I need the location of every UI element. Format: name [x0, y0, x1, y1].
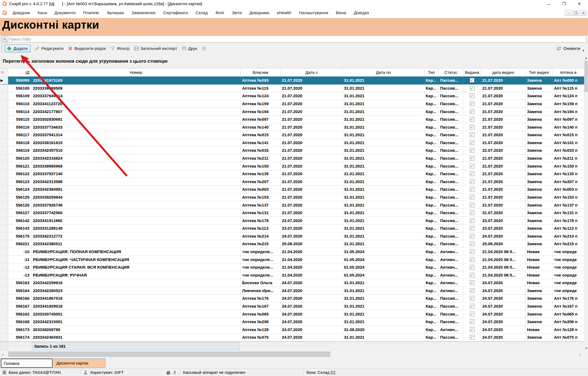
menu-item[interactable]: Довідники: [249, 10, 269, 15]
table-row[interactable]: 556175 2203342312772 Аптека №214 24.07.2…: [0, 232, 584, 240]
menu-item[interactable]: Каса: [38, 10, 47, 15]
issued-checkbox[interactable]: [470, 179, 474, 184]
horizontal-scrollbar[interactable]: ‹ ›: [0, 351, 584, 358]
scroll-down-arrow-icon[interactable]: ▼: [584, 346, 588, 351]
table-row[interactable]: 556164 2203342260523 Левченко Ири... 24.…: [0, 287, 584, 295]
table-row[interactable]: 556142 2203341911860 Аптека №178 23.07.2…: [0, 217, 584, 225]
table-row[interactable]: 556167 2203341929018 Аптека №167 24.07.2…: [0, 302, 584, 310]
filter-button[interactable]: Фільтр: [110, 46, 130, 51]
col-header-issue-type[interactable]: Тип видачі: [526, 68, 553, 76]
issued-checkbox[interactable]: [470, 226, 474, 231]
issued-checkbox[interactable]: [470, 241, 474, 246]
issued-checkbox[interactable]: [470, 101, 474, 106]
issued-checkbox[interactable]: [470, 171, 474, 176]
table-row[interactable]: 556168 2203342315001 Аптека №206 24.07.2…: [0, 318, 584, 326]
table-row[interactable]: -10 РЕИМБУРСАЦИЯ: ПОЛНАЯ КОМПЕНСАЦИЯ <не…: [0, 248, 584, 256]
table-row[interactable]: 556118 2203338161810 Аптека №141 21.07.2…: [0, 139, 584, 147]
print-button[interactable]: Друк: [182, 46, 197, 51]
issued-checkbox[interactable]: [470, 304, 474, 308]
issued-checkbox[interactable]: [470, 78, 474, 83]
add-button[interactable]: Додати: [5, 45, 31, 52]
vertical-scrollbar[interactable]: ▲ ▼: [584, 56, 588, 351]
table-row[interactable]: 556163 2203342259916 Босенко Ольга 24.07…: [0, 279, 584, 287]
menu-item[interactable]: Довідка: [354, 10, 369, 15]
search-input[interactable]: [9, 36, 584, 42]
scroll-right-arrow-icon[interactable]: ›: [577, 351, 582, 358]
toolbar-grip[interactable]: [1, 44, 2, 53]
menu-item[interactable]: Налаштування: [299, 10, 328, 15]
table-row[interactable]: 556117 2203337941314 Аптека №015 21.07.2…: [0, 131, 584, 139]
issued-checkbox[interactable]: [470, 335, 474, 339]
mdi-restore-button[interactable]: ❐: [572, 10, 579, 16]
issued-checkbox[interactable]: [470, 93, 474, 98]
col-header-status[interactable]: Статус: [439, 68, 463, 76]
table-row[interactable]: 556099 2203341973165 Аптека №093 21.07.2…: [0, 77, 584, 84]
issued-checkbox[interactable]: [470, 86, 474, 90]
menu-item[interactable]: Документи: [54, 10, 75, 15]
chevron-down-icon[interactable]: ▾: [583, 49, 584, 52]
issued-checkbox[interactable]: [470, 148, 474, 153]
menu-item[interactable]: Довідник: [13, 10, 30, 15]
issued-checkbox[interactable]: [470, 265, 474, 269]
issued-checkbox[interactable]: [470, 117, 474, 122]
issued-checkbox[interactable]: [470, 195, 474, 199]
scroll-left-arrow-icon[interactable]: ‹: [1, 351, 5, 358]
issued-checkbox[interactable]: [470, 273, 474, 277]
table-row[interactable]: 556221 2203342380511 Аптека №215 25.08.2…: [0, 240, 584, 248]
table-row[interactable]: 556126 2203337926748 Аптека №137 21.07.2…: [0, 201, 584, 209]
scroll-up-arrow-icon[interactable]: ▲: [584, 56, 588, 60]
table-row[interactable]: 556124 2203342384991 Аптека №003 21.07.2…: [0, 186, 584, 193]
table-row[interactable]: 556109 2203337949914 Аптека №124 21.07.2…: [0, 92, 584, 100]
issued-checkbox[interactable]: [470, 140, 474, 145]
issued-checkbox[interactable]: [470, 249, 474, 254]
col-header-owner[interactable]: Власник: [241, 68, 281, 76]
issued-checkbox[interactable]: [470, 218, 474, 223]
issued-checkbox[interactable]: [470, 296, 474, 301]
horizontal-scrollbar-thumb[interactable]: [8, 351, 330, 357]
col-header-pharmacy[interactable]: Аптека в: [553, 68, 584, 76]
issued-checkbox[interactable]: [470, 203, 474, 207]
issued-checkbox[interactable]: [470, 312, 474, 316]
table-row[interactable]: 556121 2203338965968 Аптека №150 21.07.2…: [0, 162, 584, 170]
col-header-id[interactable]: ІД: [8, 68, 32, 76]
table-row[interactable]: 556166 2203341867518 Аптека №176 24.07.2…: [0, 295, 584, 302]
table-row[interactable]: 556122 2203337937140 Аптека №135 21.07.2…: [0, 170, 584, 178]
mdi-close-button[interactable]: ✕: [580, 10, 587, 16]
table-row[interactable]: 556127 2203337742560 Аптека №131 21.07.2…: [0, 209, 584, 217]
issued-checkbox[interactable]: [470, 288, 474, 293]
issued-checkbox[interactable]: [470, 280, 474, 285]
issued-checkbox[interactable]: [470, 257, 474, 262]
table-row[interactable]: 556100 2203336599509 Аптека №115 21.07.2…: [0, 84, 584, 92]
table-row[interactable]: -12 РЕИМБУРСАЦИЯ СТАРАЯ: ВСЯ КОМПЕНСАЦИЯ…: [0, 263, 584, 271]
table-row[interactable]: 556123 2203342313588 Аптека №207 21.07.2…: [0, 178, 584, 186]
issued-checkbox[interactable]: [470, 156, 474, 160]
edit-button[interactable]: Редагувати: [35, 46, 63, 51]
table-row[interactable]: 556116 2203337734633 Аптека №140 21.07.2…: [0, 123, 584, 131]
menu-item[interactable]: Звіти: [232, 10, 242, 15]
export-button[interactable]: Загальний експорт: [134, 46, 177, 51]
issued-checkbox[interactable]: [470, 327, 474, 332]
tab-home[interactable]: Головна: [1, 359, 53, 368]
issued-checkbox[interactable]: [470, 234, 474, 238]
issued-checkbox[interactable]: [470, 319, 474, 324]
menu-item[interactable]: Склад: [196, 10, 208, 15]
menu-item[interactable]: Вікна: [336, 10, 346, 15]
menu-item[interactable]: Замовлення: [132, 10, 156, 15]
issued-checkbox[interactable]: [470, 210, 474, 215]
table-row[interactable]: -11 РЕИМБУРСАЦИЯ: ЧАСТИЧНАЯ КОМПЕНСАЦИЯ …: [0, 256, 584, 263]
issued-checkbox[interactable]: [470, 109, 474, 114]
issued-checkbox[interactable]: [470, 132, 474, 137]
table-row[interactable]: 556120 2203342316824 Аптека №211 21.07.2…: [0, 154, 584, 162]
menu-item[interactable]: Сертифікати: [163, 10, 188, 15]
vertical-scrollbar-thumb[interactable]: [584, 60, 588, 92]
menu-item[interactable]: Залишки: [106, 10, 124, 15]
menu-item[interactable]: eHealth: [277, 10, 291, 15]
tab-discount-cards[interactable]: Дисконтні картки: [54, 359, 105, 368]
mdi-minimize-button[interactable]: –: [565, 10, 572, 16]
issued-checkbox[interactable]: [470, 125, 474, 129]
col-header-date-from[interactable]: Дата з: [281, 68, 343, 76]
table-row[interactable]: 556119 2203342457510 Аптека №033 21.07.2…: [0, 147, 584, 154]
col-header-number[interactable]: Номер: [32, 68, 241, 76]
column-chooser-icon[interactable]: [202, 46, 206, 51]
refresh-button[interactable]: Оновити ▾: [556, 43, 584, 54]
